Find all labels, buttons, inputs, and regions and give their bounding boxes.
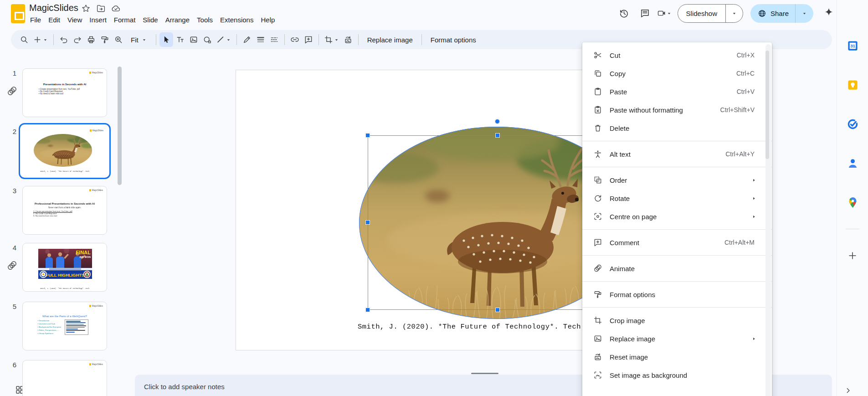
- menu-item-replace-image[interactable]: Replace image: [582, 329, 772, 348]
- menu-arrange[interactable]: Arrange: [162, 15, 193, 25]
- rotate-handle[interactable]: [495, 119, 500, 124]
- slide-thumbnail[interactable]: MagicSlides: [22, 127, 107, 175]
- slide-bullets: Create presentation from text, YouTube, …: [39, 88, 103, 95]
- resize-handle[interactable]: [365, 220, 370, 225]
- gemini-icon[interactable]: [824, 7, 836, 19]
- document-actions: [81, 4, 121, 13]
- comments-button[interactable]: [636, 4, 654, 22]
- tasks-panel-button[interactable]: [843, 115, 862, 133]
- menu-file[interactable]: File: [26, 15, 45, 25]
- border-weight-button[interactable]: [254, 32, 267, 47]
- menu-extensions[interactable]: Extensions: [216, 15, 257, 25]
- resize-handle[interactable]: [495, 308, 500, 312]
- menu-format[interactable]: Format: [110, 15, 139, 25]
- mask-image-button[interactable]: [341, 32, 355, 47]
- image-icon: [593, 334, 602, 343]
- zoom-button[interactable]: [112, 32, 125, 47]
- resize-handle[interactable]: [495, 133, 500, 138]
- replace-image-button-button[interactable]: Replace image: [362, 32, 418, 47]
- border-dash-button[interactable]: [267, 32, 281, 47]
- menu-item-order[interactable]: Order: [582, 171, 772, 189]
- slideshow-options-button[interactable]: [726, 10, 743, 16]
- insert-image-button[interactable]: [187, 32, 200, 47]
- maps-panel-button[interactable]: [843, 193, 862, 211]
- chevron-down-icon[interactable]: [666, 10, 672, 16]
- menu-item-paste-without-formatting[interactable]: Paste without formattingCtrl+Shift+V: [582, 101, 772, 119]
- slides-logo-icon[interactable]: [11, 4, 25, 23]
- filmstrip-scrollbar[interactable]: [118, 67, 122, 185]
- cloud-saved-icon[interactable]: [111, 4, 121, 13]
- expand-panel-button[interactable]: [843, 386, 853, 395]
- toolbar-divider: [358, 34, 359, 45]
- select-tool-button[interactable]: [159, 32, 173, 47]
- calendar-panel-button[interactable]: 31: [843, 36, 862, 55]
- menu-help[interactable]: Help: [257, 15, 278, 25]
- menu-item-delete[interactable]: Delete: [582, 119, 772, 137]
- set-bg-icon: [593, 370, 602, 380]
- menu-item-label: Order: [610, 176, 751, 184]
- slide-thumbnail[interactable]: MagicSlidesPresentations in Seconds with…: [22, 68, 107, 117]
- menu-item-comment[interactable]: CommentCtrl+Alt+M: [582, 233, 772, 252]
- star-icon[interactable]: [81, 4, 91, 13]
- slideshow-button[interactable]: Slideshow: [678, 10, 725, 17]
- version-history-button[interactable]: [615, 4, 633, 22]
- share-options-button[interactable]: [796, 10, 813, 16]
- slide-thumbnail[interactable]: MagicSlides: [22, 360, 107, 396]
- comment-icon: [640, 8, 650, 19]
- text-box-button[interactable]: [173, 32, 187, 47]
- menu-item-rotate[interactable]: Rotate: [582, 189, 772, 207]
- slide-thumbnail[interactable]: MagicSlidesProfessional Presentations in…: [22, 186, 107, 235]
- menu-view[interactable]: View: [64, 15, 86, 25]
- slide-number: 2: [7, 128, 16, 135]
- insert-link-button[interactable]: [288, 32, 302, 47]
- zoom-select-button[interactable]: Fit: [125, 32, 153, 47]
- notes-resize-handle[interactable]: [471, 373, 498, 374]
- document-title[interactable]: MagicSlides: [29, 3, 78, 13]
- history-icon: [619, 8, 629, 19]
- resize-handle[interactable]: [365, 133, 370, 138]
- menu-item-cut[interactable]: CutCtrl+X: [582, 46, 772, 64]
- slide-brand-logo: MagicSlides: [89, 305, 103, 307]
- meet-button[interactable]: [657, 9, 672, 18]
- undo-button[interactable]: [57, 32, 71, 47]
- submenu-arrow-icon: [751, 336, 756, 341]
- citation-text[interactable]: Smith, J. (2020). *The Future of Technol…: [358, 323, 581, 331]
- menu-item-centre-on-page[interactable]: Centre on page: [582, 207, 772, 226]
- print-button[interactable]: [84, 32, 98, 47]
- redo-button[interactable]: [71, 32, 84, 47]
- contacts-panel-button[interactable]: [843, 154, 862, 172]
- menu-insert[interactable]: Insert: [86, 15, 110, 25]
- insert-line-button[interactable]: [214, 32, 233, 47]
- insert-shape-button[interactable]: [200, 32, 214, 47]
- get-addons-button[interactable]: [843, 247, 862, 265]
- crop-image-button[interactable]: [322, 32, 341, 47]
- menu-item-alt-text[interactable]: Alt textCtrl+Alt+Y: [582, 145, 772, 163]
- slide-thumbnail[interactable]: FINAL IND WON FULL HIGHLIGHTS Smith, J. …: [22, 243, 107, 292]
- format-options-button-button[interactable]: Format options: [425, 32, 482, 47]
- menu-item-format-options[interactable]: Format options: [582, 285, 772, 303]
- move-folder-icon[interactable]: [96, 4, 106, 13]
- submenu-arrow-icon: [751, 196, 756, 201]
- menu-slide[interactable]: Slide: [139, 15, 161, 25]
- search-button[interactable]: [17, 32, 31, 47]
- keep-panel-button[interactable]: [843, 76, 862, 94]
- menu-item-reset-image[interactable]: Reset image: [582, 348, 772, 366]
- resize-handle[interactable]: [365, 308, 370, 312]
- paint-format-button[interactable]: [98, 32, 112, 47]
- menu-item-crop-image[interactable]: Crop image: [582, 311, 772, 329]
- menu-item-set-image-as-background[interactable]: Set image as background: [582, 366, 772, 384]
- add-comment-button[interactable]: [302, 32, 315, 47]
- menu-tools[interactable]: Tools: [193, 15, 216, 25]
- border-color-button[interactable]: [240, 32, 254, 47]
- new-slide-button[interactable]: [31, 32, 50, 47]
- menu-item-copy[interactable]: CopyCtrl+C: [582, 64, 772, 82]
- chevron-down-icon: [42, 37, 48, 43]
- menu-item-paste[interactable]: PasteCtrl+V: [582, 82, 772, 101]
- videocam-icon: [657, 9, 666, 18]
- menu-item-animate[interactable]: Animate: [582, 259, 772, 278]
- chevron-right-icon: [843, 386, 853, 395]
- context-menu-scrollbar[interactable]: [765, 44, 771, 396]
- slide-thumbnail[interactable]: MagicSlidesWhat are the Parts of a WebQu…: [22, 302, 107, 350]
- share-button[interactable]: Share: [766, 10, 795, 17]
- menu-edit[interactable]: Edit: [45, 15, 64, 25]
